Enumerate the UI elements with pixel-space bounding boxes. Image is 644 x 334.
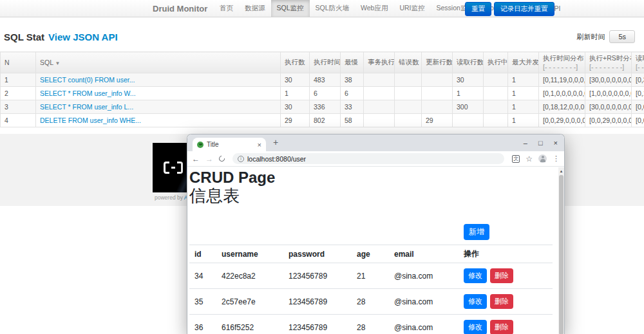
col-max-concurrent: 最大并发 <box>508 52 539 73</box>
nav-item-home[interactable]: 首页 <box>214 0 239 17</box>
view-json-api-link[interactable]: View JSON API <box>48 32 118 42</box>
maximize-button[interactable]: □ <box>538 139 543 147</box>
col-sql[interactable]: SQL ▼ <box>36 52 281 73</box>
cell-email: @sina.com <box>389 263 459 289</box>
cell-slowest: 38 <box>341 73 364 87</box>
nav-item-web-app[interactable]: Web应用 <box>355 0 393 17</box>
col-time-dist: 执行时间分布[- - - - - - - -] <box>539 52 585 73</box>
browser-tab[interactable]: Title × <box>193 138 266 151</box>
delete-button[interactable]: 删除 <box>490 294 513 309</box>
cell-sql: SELECT count(0) FROM user... <box>36 73 281 87</box>
navbar-actions: 重置 记录日志并重置 <box>465 2 554 16</box>
cell-update-rows <box>422 87 453 100</box>
col-exec-time: 执行时间 <box>310 52 341 73</box>
new-tab-button[interactable]: + <box>273 137 278 147</box>
cell-age: 28 <box>352 315 389 334</box>
delete-button[interactable]: 删除 <box>490 268 513 283</box>
cell-age: 28 <box>352 289 389 315</box>
cell-executing <box>484 114 508 127</box>
sql-detail-link[interactable]: SELECT count(0) FROM user... <box>40 76 135 84</box>
site-info-icon[interactable]: i <box>238 156 244 162</box>
cell-read-rows: 30 <box>453 73 484 87</box>
col-password: password <box>283 245 352 263</box>
scrollbar-thumb[interactable] <box>559 175 564 334</box>
browser-menu-icon[interactable]: ⋮ <box>553 155 560 162</box>
col-errors: 错误数 <box>395 52 422 73</box>
cell-slowest: 58 <box>341 114 364 127</box>
tab-favicon-icon <box>197 142 204 148</box>
cell-actions: 修改删除 <box>459 289 553 315</box>
forward-icon[interactable]: → <box>205 155 213 163</box>
cell-username: 422ec8a2 <box>216 263 283 289</box>
refresh-interval-select[interactable]: 5s <box>609 30 635 43</box>
cell-update-rows <box>422 73 453 87</box>
sql-detail-link[interactable]: SELECT * FROM user_info L... <box>40 103 133 111</box>
logo-right-bracket-icon <box>177 162 183 174</box>
table-row: 34 422ec8a2 123456789 21 @sina.com 修改删除 <box>189 263 553 289</box>
col-n: N <box>1 52 36 73</box>
sql-table-header-row: N SQL ▼ 执行数 执行时间 最慢 事务执行 错误数 更新行数 读取行数 执… <box>1 52 644 73</box>
address-bar[interactable]: i localhost:8080/user <box>232 153 504 164</box>
cell-read-dist: [0,0,30,0,0,0] <box>632 100 644 114</box>
col-exec-rs-dist: 执行+RS时分布[- - - - - - - -] <box>585 52 632 73</box>
logo-left-bracket-icon <box>164 162 169 174</box>
nav-item-uri-monitor[interactable]: URI监控 <box>393 0 430 17</box>
sort-desc-icon[interactable]: ▼ <box>55 60 61 66</box>
close-button[interactable]: × <box>554 139 558 147</box>
cell-sql: DELETE FROM user_info WHE... <box>36 114 281 127</box>
col-actions: 操作 <box>459 245 553 263</box>
cell-errors <box>395 114 422 127</box>
window-controls: – □ × <box>524 135 558 151</box>
delete-button[interactable]: 删除 <box>490 320 513 334</box>
table-row: 4 DELETE FROM user_info WHE... 29 802 58… <box>1 114 644 127</box>
url-text: localhost:8080/user <box>247 155 306 163</box>
browser-window: Title × + – □ × ← → i localhost:8080/use… <box>187 134 565 334</box>
table-row: 1 SELECT count(0) FROM user... 30 483 38… <box>1 73 644 87</box>
nav-item-datasource[interactable]: 数据源 <box>239 0 271 17</box>
cell-email: @sina.com <box>389 289 459 315</box>
edit-button[interactable]: 修改 <box>464 268 487 283</box>
col-age: age <box>352 245 389 263</box>
cell-n: 2 <box>1 87 36 100</box>
sql-detail-link[interactable]: DELETE FROM user_info WHE... <box>40 116 141 124</box>
back-icon[interactable]: ← <box>192 155 200 163</box>
cell-email: @sina.com <box>389 315 459 334</box>
cell-id: 35 <box>189 289 216 315</box>
cell-n: 4 <box>1 114 36 127</box>
refresh-label: 刷新时间 <box>576 32 605 42</box>
cell-executing <box>484 87 508 100</box>
reset-button[interactable]: 重置 <box>465 2 491 16</box>
cell-username: 2c57ee7e <box>216 289 283 315</box>
translate-icon[interactable]: 文 <box>512 155 520 163</box>
profile-avatar[interactable] <box>538 154 547 163</box>
minimize-button[interactable]: – <box>524 139 527 147</box>
scroll-up-icon[interactable]: ▲ <box>558 167 564 174</box>
edit-button[interactable]: 修改 <box>464 320 487 334</box>
tab-title: Title <box>207 141 254 148</box>
cell-exec-time: 802 <box>310 114 341 127</box>
cell-executing <box>484 73 508 87</box>
browser-scrollbar[interactable]: ▲ <box>558 167 564 334</box>
nav-item-sql-firewall[interactable]: SQL防火墙 <box>310 0 355 17</box>
log-and-reset-button[interactable]: 记录日志并重置 <box>494 2 554 16</box>
tab-close-icon[interactable]: × <box>258 141 261 149</box>
browser-titlebar[interactable]: Title × + – □ × <box>187 135 564 151</box>
cell-max-concurrent: 1 <box>508 114 539 127</box>
screen: Druid Monitor 首页 数据源 SQL监控 SQL防火墙 Web应用 … <box>0 0 644 334</box>
cell-exec-count: 1 <box>281 87 310 100</box>
cell-n: 3 <box>1 100 36 114</box>
cell-errors <box>395 87 422 100</box>
cell-exec-count: 30 <box>281 100 310 114</box>
col-exec-count: 执行数 <box>281 52 310 73</box>
cell-max-concurrent: 1 <box>508 100 539 114</box>
reload-icon[interactable] <box>218 154 226 163</box>
user-table-header-row: id username password age email 操作 <box>189 245 553 263</box>
druid-navbar: Druid Monitor 首页 数据源 SQL监控 SQL防火墙 Web应用 … <box>0 0 644 17</box>
edit-button[interactable]: 修改 <box>464 294 487 309</box>
browser-content: CRUD Page 信息表 新增 id username password ag… <box>187 167 558 334</box>
refresh-control: 刷新时间 5s <box>576 30 635 43</box>
nav-item-sql-monitor[interactable]: SQL监控 <box>271 0 310 17</box>
add-user-button[interactable]: 新增 <box>464 224 489 240</box>
sql-detail-link[interactable]: SELECT * FROM user_info W... <box>40 89 136 97</box>
bookmark-star-icon[interactable]: ☆ <box>526 155 533 163</box>
